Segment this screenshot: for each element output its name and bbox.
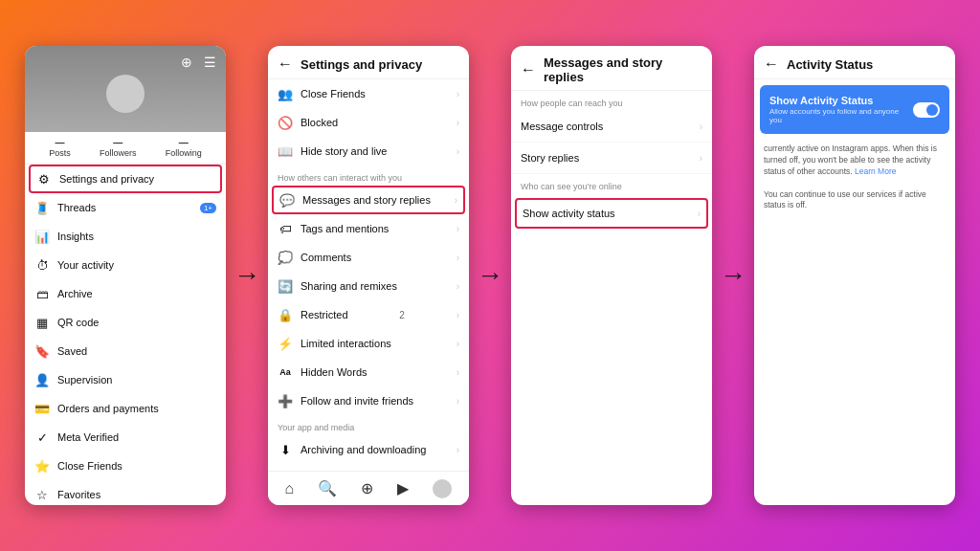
settings-archiving[interactable]: ⬇ Archiving and downloading ›: [268, 435, 469, 464]
chevron-icon7: ›: [457, 281, 459, 292]
toggle-switch[interactable]: [913, 102, 940, 118]
home-nav-icon[interactable]: ⌂: [285, 480, 295, 497]
screen1-header: ⊕ ☰: [25, 46, 226, 132]
menu-item-threads[interactable]: 🧵 Threads 1+: [25, 193, 226, 222]
back-button3[interactable]: ←: [521, 61, 536, 78]
screen2-title: Settings and privacy: [301, 57, 422, 72]
stat-followers: — Followers: [100, 138, 137, 158]
favorites-icon: ☆: [34, 487, 50, 502]
tags-icon: 🏷: [278, 221, 293, 236]
activity-status-item[interactable]: Show Activity Status Allow accounts you …: [760, 85, 949, 134]
chevron-icon13: ›: [700, 121, 702, 132]
menu-item-archive[interactable]: 🗃 Archive: [25, 279, 226, 308]
chevron-icon: ›: [457, 89, 459, 99]
profile-nav-avatar[interactable]: [433, 479, 452, 498]
threads-icon: 🧵: [34, 200, 50, 215]
stats-bar: — Posts — Followers — Following: [25, 132, 226, 165]
back-button4[interactable]: ←: [764, 55, 779, 73]
reels-nav-icon[interactable]: ▶: [397, 479, 409, 497]
hidden-words-icon: Aa: [278, 364, 293, 380]
plus-icon[interactable]: ⊕: [178, 54, 195, 71]
msg-controls[interactable]: Message controls ›: [511, 111, 712, 143]
activity-description: currently active on Instagram apps. When…: [754, 134, 955, 221]
restricted-icon: 🔒: [278, 307, 293, 322]
create-nav-icon[interactable]: ⊕: [361, 479, 373, 497]
menu-item-favorites[interactable]: ☆ Favorites: [25, 480, 226, 505]
chevron-icon11: ›: [457, 396, 459, 407]
learn-more-link[interactable]: Learn More: [855, 166, 896, 176]
menu-item-qr[interactable]: ▦ QR code: [25, 308, 226, 337]
screen4-content: Show Activity Status Allow accounts you …: [754, 79, 955, 505]
screen1-profile: ⊕ ☰ — Posts — Followers — Following ⚙ Se…: [25, 46, 226, 505]
search-nav-icon[interactable]: 🔍: [318, 479, 337, 497]
stat-posts: — Posts: [49, 138, 71, 158]
settings-hide-story[interactable]: 📖 Hide story and live ›: [268, 137, 469, 165]
section-label-media: Your app and media: [268, 415, 469, 435]
screen3-header: ← Messages and story replies: [511, 46, 712, 91]
settings-hidden-words[interactable]: Aa Hidden Words ›: [268, 358, 469, 386]
settings-restricted[interactable]: 🔒 Restricted 2 ›: [268, 300, 469, 329]
chevron-icon8: ›: [457, 310, 459, 320]
back-button[interactable]: ←: [278, 55, 293, 73]
follow-icon: ➕: [278, 393, 293, 408]
settings-messages[interactable]: 💬 Messages and story replies ›: [272, 186, 465, 214]
settings-icon: ⚙: [36, 171, 52, 187]
menu-item-orders[interactable]: 💳 Orders and payments: [25, 394, 226, 423]
arrow2: →: [477, 260, 503, 291]
restricted-badge: 2: [399, 310, 405, 320]
avatar: [106, 75, 145, 113]
stat-following: — Following: [166, 138, 202, 158]
qr-icon: ▦: [34, 315, 50, 330]
activity-text: Show Activity Status Allow accounts you …: [769, 95, 905, 124]
settings-blocked[interactable]: 🚫 Blocked ›: [268, 108, 469, 137]
archiving-icon: ⬇: [278, 442, 293, 457]
menu-item-supervision[interactable]: 👤 Supervision: [25, 365, 226, 394]
settings-tags[interactable]: 🏷 Tags and mentions ›: [268, 214, 469, 243]
comments-icon: 💭: [278, 250, 293, 265]
blocked-icon: 🚫: [278, 115, 293, 130]
orders-icon: 💳: [34, 401, 50, 416]
activity-icon: ⏱: [34, 257, 50, 273]
arrow3: →: [720, 260, 746, 291]
screen2-content: 👥 Close Friends › 🚫 Blocked › 📖 Hide sto…: [268, 79, 469, 504]
settings-sharing[interactable]: 🔄 Sharing and remixes ›: [268, 272, 469, 300]
msg-section-label1: How people can reach you: [511, 91, 712, 111]
limited-icon: ⚡: [278, 336, 293, 351]
menu-list: ⚙ Settings and privacy 🧵 Threads 1+ 📊 In…: [25, 165, 226, 505]
chevron-icon12: ›: [457, 445, 459, 455]
menu-item-activity[interactable]: ⏱ Your activity: [25, 251, 226, 279]
settings-comments[interactable]: 💭 Comments ›: [268, 243, 469, 272]
arrow1: →: [234, 260, 260, 291]
show-activity-status[interactable]: Show activity status ›: [515, 198, 708, 229]
sharing-icon: 🔄: [278, 278, 293, 294]
menu-item-close-friends[interactable]: ⭐ Close Friends: [25, 452, 226, 480]
chevron-icon5: ›: [457, 224, 459, 234]
menu-item-insights[interactable]: 📊 Insights: [25, 222, 226, 251]
saved-icon: 🔖: [34, 343, 50, 359]
screen4-header: ← Activity Status: [754, 46, 955, 79]
supervision-icon: 👤: [34, 372, 50, 387]
meta-icon: ✓: [34, 430, 50, 445]
screen2-settings: ← Settings and privacy 👥 Close Friends ›…: [268, 46, 469, 505]
settings-follow[interactable]: ➕ Follow and invite friends ›: [268, 386, 469, 415]
screen3-content: How people can reach you Message control…: [511, 91, 712, 505]
bottom-nav: ⌂ 🔍 ⊕ ▶: [268, 471, 469, 505]
close-friends-icon: ⭐: [34, 458, 50, 474]
activity-title: Show Activity Status: [769, 95, 905, 106]
menu-item-settings[interactable]: ⚙ Settings and privacy: [29, 165, 222, 193]
chevron-icon15: ›: [698, 209, 701, 219]
chevron-icon14: ›: [700, 153, 702, 164]
screen3-title: Messages and story replies: [544, 55, 702, 84]
menu-item-meta[interactable]: ✓ Meta Verified: [25, 423, 226, 452]
story-replies[interactable]: Story replies ›: [511, 143, 712, 174]
menu-icon[interactable]: ☰: [201, 54, 218, 71]
chevron-icon4: ›: [455, 195, 457, 206]
chevron-icon10: ›: [457, 367, 459, 378]
header-icons: ⊕ ☰: [178, 54, 218, 71]
menu-item-saved[interactable]: 🔖 Saved: [25, 337, 226, 365]
settings-limited[interactable]: ⚡ Limited interactions ›: [268, 329, 469, 358]
hide-story-icon: 📖: [278, 143, 293, 159]
settings-close-friends[interactable]: 👥 Close Friends ›: [268, 79, 469, 108]
close-friends-icon2: 👥: [278, 86, 293, 101]
archive-icon: 🗃: [34, 286, 50, 301]
